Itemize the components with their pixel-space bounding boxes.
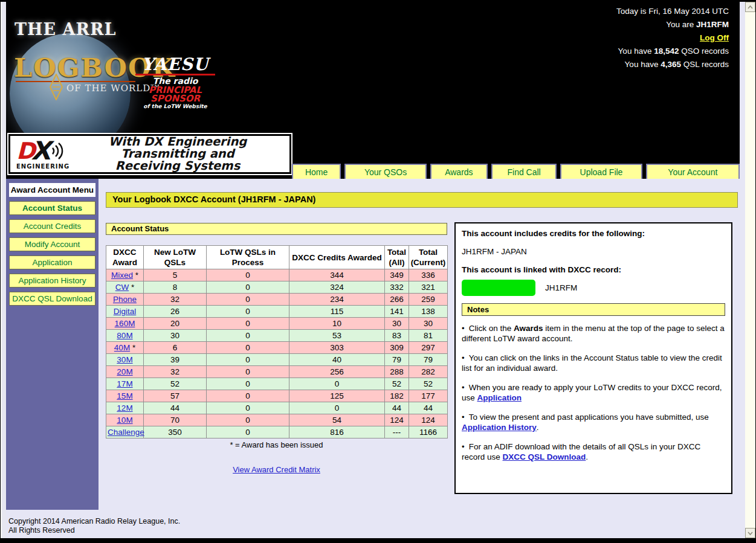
table-cell: 40 <box>289 354 385 366</box>
award-link-cw[interactable]: CW <box>115 283 129 292</box>
yaesu-sponsor: SPONSOR <box>135 94 215 103</box>
table-cell: 115 <box>289 306 385 318</box>
table-cell: 70 <box>144 414 207 426</box>
user-line: You are JH1RFM <box>616 18 729 31</box>
table-row-mixed: Mixed *50344349336 <box>106 269 448 281</box>
sidebar-item-application[interactable]: Application <box>9 255 95 269</box>
sidebar-item-modify-account[interactable]: Modify Account <box>9 237 95 251</box>
table-cell: 32 <box>144 366 207 378</box>
bullet-icon: • <box>462 383 469 392</box>
sidebar-item-account-credits[interactable]: Account Credits <box>9 219 95 233</box>
table-row-challenge: Challenge3500816---1166 <box>106 426 448 439</box>
issued-asterisk: * <box>133 271 138 280</box>
account-status-section-header: Account Status <box>106 223 447 235</box>
note-item: • Click on the Awards item in the menu a… <box>462 323 725 344</box>
sidebar-item-account-status[interactable]: Account Status <box>9 201 95 215</box>
table-cell: 256 <box>289 366 385 378</box>
award-link-12m[interactable]: 12M <box>117 403 132 413</box>
view-award-credit-matrix-link[interactable]: View Award Credit Matrix <box>233 465 320 474</box>
note-text: Awards <box>514 324 543 333</box>
nav-tab-awards[interactable]: Awards <box>430 164 488 179</box>
table-cell: 0 <box>207 318 289 330</box>
table-cell: 0 <box>207 330 289 342</box>
table-cell: 81 <box>409 330 448 342</box>
table-row-160m: 160M200103030 <box>106 318 448 330</box>
notes-section-header: Notes <box>462 303 725 316</box>
table-cell: 26 <box>144 306 207 318</box>
award-link-160m[interactable]: 160M <box>115 319 135 328</box>
bullet-icon: • <box>462 413 469 422</box>
award-link-20m[interactable]: 20M <box>117 367 132 376</box>
award-link-phone[interactable]: Phone <box>113 295 137 304</box>
sidebar-title: Award Account Menu <box>9 183 95 197</box>
award-link-15m[interactable]: 15M <box>117 391 132 400</box>
nav-tab-your-qsos[interactable]: Your QSOs <box>344 164 427 179</box>
scroll-up-button[interactable] <box>745 2 755 12</box>
vertical-scrollbar[interactable] <box>745 2 755 538</box>
note-item: • You can click on the links in the Acco… <box>462 353 725 373</box>
column-header-total-all: Total (All) <box>385 246 409 269</box>
award-link-digital[interactable]: Digital <box>114 307 137 316</box>
table-cell: 124 <box>409 414 448 426</box>
dx-engineering-banner[interactable]: D X ENGINEERING With DX EngineeringTrans… <box>8 134 291 174</box>
note-text: Click on the <box>469 324 514 333</box>
award-link-40m[interactable]: 40M <box>114 343 130 352</box>
table-cell: 336 <box>409 269 448 281</box>
nav-tab-upload-file[interactable]: Upload File <box>560 164 642 179</box>
table-cell: 10 <box>289 318 385 330</box>
yaesu-name: YAESU <box>135 56 215 73</box>
table-cell: 0 <box>207 306 289 318</box>
column-header-new-lotw-qsls: New LoTW QSLs <box>144 246 207 269</box>
award-link-17m[interactable]: 17M <box>117 379 132 388</box>
nav-tab-find-call[interactable]: Find Call <box>491 164 557 179</box>
award-link-challenge[interactable]: Challenge <box>108 428 144 437</box>
log-off-link[interactable]: Log Off <box>700 33 729 42</box>
note-link-dxcc-qsl-download[interactable]: DXCC QSL Download <box>503 452 586 461</box>
award-link-30m[interactable]: 30M <box>117 355 132 364</box>
yaesu-subtext: of the LoTW Website <box>135 103 215 110</box>
table-cell: 138 <box>409 306 448 318</box>
account-status-table: DXCC AwardNew LoTW QSLsLoTW QSLs in Proc… <box>106 245 448 439</box>
bullet-icon: • <box>462 442 469 451</box>
note-text: . <box>586 452 588 461</box>
table-cell: 0 <box>207 269 289 281</box>
table-cell: 30 <box>385 318 409 330</box>
table-cell: 177 <box>409 390 448 402</box>
note-link-application-history[interactable]: Application History <box>462 423 537 432</box>
dx-banner-text: With DX EngineeringTransmitting andRecei… <box>71 136 289 172</box>
table-cell: 344 <box>289 269 385 281</box>
table-cell: 141 <box>385 306 409 318</box>
sidebar-item-application-history[interactable]: Application History <box>9 274 95 288</box>
page-title: Your Logbook DXCC Account (JH1RFM - JAPA… <box>106 192 738 208</box>
table-row-cw: CW *80324332321 <box>106 281 448 294</box>
nav-tab-home[interactable]: Home <box>292 164 341 179</box>
redacted-record-block <box>462 280 535 296</box>
arrl-diamond-icon <box>50 74 63 100</box>
table-cell: 0 <box>207 402 289 414</box>
award-link-80m[interactable]: 80M <box>117 331 132 340</box>
copyright-line: Copyright 2014 American Radio Relay Leag… <box>8 517 180 526</box>
table-cell: 44 <box>409 402 448 414</box>
table-cell: 39 <box>144 354 207 366</box>
sidebar-menu: Award Account Menu Account StatusAccount… <box>6 179 99 510</box>
table-cell: 54 <box>289 414 385 426</box>
award-link-10m[interactable]: 10M <box>117 416 132 425</box>
issued-footnote: * = Award has been issued <box>106 440 447 449</box>
sidebar-item-dxcc-qsl-download[interactable]: DXCC QSL Download <box>9 292 95 306</box>
nav-tab-your-account[interactable]: Your Account <box>646 164 740 179</box>
table-row-20m: 20M320256288282 <box>106 366 448 378</box>
table-row-digital: Digital260115141138 <box>106 306 448 318</box>
table-cell: 53 <box>289 330 385 342</box>
scroll-down-button[interactable] <box>745 528 755 538</box>
table-cell: 0 <box>207 366 289 378</box>
sound-waves-icon <box>51 139 64 163</box>
table-cell: 83 <box>385 330 409 342</box>
award-link-mixed[interactable]: Mixed <box>111 271 133 280</box>
note-text: You can click on the links in the Accoun… <box>462 353 722 373</box>
bullet-icon: • <box>462 353 469 362</box>
session-info: Today is Fri, 16 May 2014 UTC You are JH… <box>616 5 729 71</box>
footer: Copyright 2014 American Radio Relay Leag… <box>8 517 180 535</box>
table-cell: 0 <box>207 354 289 366</box>
note-link-application[interactable]: Application <box>477 393 522 402</box>
table-row-30m: 30M390407979 <box>106 354 448 366</box>
